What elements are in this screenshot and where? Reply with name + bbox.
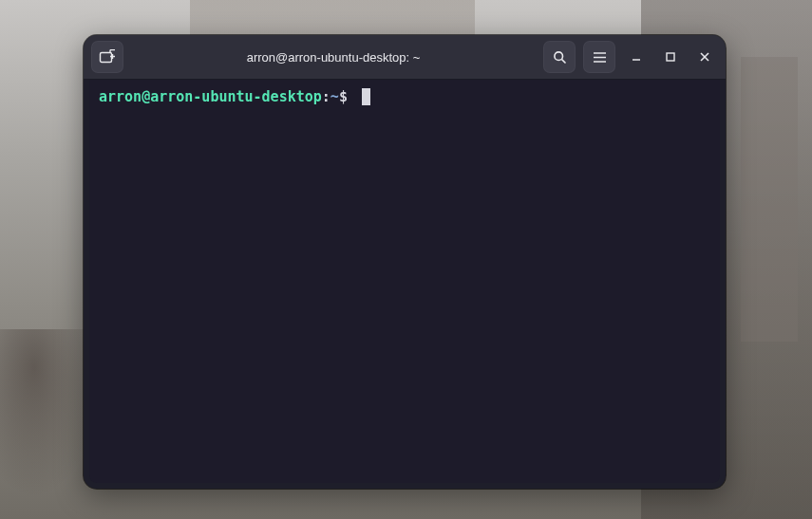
close-button[interactable] (691, 41, 718, 73)
svg-rect-11 (667, 53, 674, 61)
maximize-icon (665, 51, 676, 63)
titlebar-left (91, 41, 123, 73)
titlebar-center: arron@arron-ubuntu-desktop: ~ (129, 50, 538, 65)
maximize-button[interactable] (657, 41, 684, 73)
prompt-separator: : (322, 87, 330, 106)
terminal-body[interactable]: arron@arron-ubuntu-desktop:~$ (89, 80, 720, 483)
menu-button[interactable] (583, 41, 615, 73)
svg-point-5 (554, 51, 562, 60)
window-title: arron@arron-ubuntu-desktop: ~ (247, 50, 421, 65)
cursor (362, 88, 370, 105)
hamburger-icon (593, 51, 607, 64)
prompt-user-host: arron@arron-ubuntu-desktop (99, 87, 322, 106)
prompt-path: ~ (330, 87, 339, 106)
prompt-symbol: $ (339, 87, 356, 106)
svg-line-6 (561, 59, 565, 63)
new-tab-icon (99, 49, 116, 65)
search-icon (553, 50, 567, 65)
minimize-icon (631, 51, 642, 63)
search-button[interactable] (543, 41, 576, 73)
svg-rect-0 (101, 53, 112, 63)
close-icon (699, 51, 710, 63)
titlebar-right (543, 41, 718, 73)
new-tab-button[interactable] (91, 41, 123, 73)
terminal-window: arron@arron-ubuntu-desktop: ~ (84, 35, 726, 489)
titlebar: arron@arron-ubuntu-desktop: ~ (84, 35, 726, 80)
prompt-line: arron@arron-ubuntu-desktop:~$ (99, 87, 710, 106)
minimize-button[interactable] (623, 41, 650, 73)
